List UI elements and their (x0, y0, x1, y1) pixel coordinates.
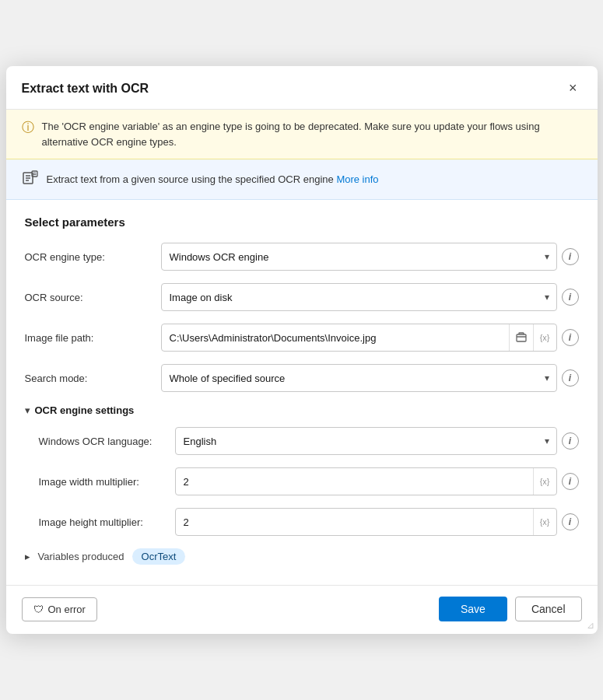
insert-variable-button[interactable]: {x} (533, 324, 556, 351)
ocr-engine-type-control: Windows OCR engine Tesseract OCR engine … (161, 243, 579, 271)
search-mode-select[interactable]: Whole of specified source Find text on s… (161, 364, 557, 392)
image-file-path-label: Image file path: (25, 332, 153, 344)
ocr-source-control: Image on disk Screen Foreground window ▾… (161, 283, 579, 311)
ocr-engine-type-info-icon[interactable]: i (562, 248, 579, 265)
image-width-multiplier-row: Image width multiplier: {x} i (39, 467, 579, 495)
ocr-source-select-wrapper: Image on disk Screen Foreground window ▾ (161, 283, 557, 311)
search-mode-label: Search mode: (25, 373, 153, 384)
search-mode-info-icon[interactable]: i (562, 369, 579, 387)
info-banner: Extract text from a given source using t… (6, 159, 598, 200)
image-height-multiplier-row: Image height multiplier: {x} i (39, 508, 579, 536)
ocr-engine-type-row: OCR engine type: Windows OCR engine Tess… (25, 243, 579, 271)
ocr-engine-type-label: OCR engine type: (25, 251, 153, 263)
image-file-path-control: {x} i (161, 324, 579, 352)
image-width-multiplier-label: Image width multiplier: (39, 476, 167, 488)
search-mode-row: Search mode: Whole of specified source F… (25, 364, 579, 392)
dialog-body: Select parameters OCR engine type: Windo… (6, 200, 598, 585)
windows-ocr-language-control: English French German Spanish ▾ i (175, 427, 579, 455)
ocr-engine-settings-collapse[interactable]: ▾ OCR engine settings (25, 404, 579, 416)
image-width-multiplier-info-icon[interactable]: i (562, 473, 579, 490)
image-height-multiplier-label: Image height multiplier: (39, 516, 167, 528)
image-width-multiplier-control: {x} i (175, 467, 579, 495)
footer-right: Save Cancel (439, 597, 582, 621)
footer-left: 🛡 On error (22, 597, 97, 621)
ocr-source-info-icon[interactable]: i (562, 289, 579, 306)
variables-collapse-button[interactable]: ▸ (25, 551, 30, 562)
windows-ocr-language-label: Windows OCR language: (39, 436, 167, 447)
windows-ocr-language-select-wrapper: English French German Spanish ▾ (175, 427, 557, 455)
image-width-multiplier-input[interactable] (176, 471, 533, 493)
search-mode-control: Whole of specified source Find text on s… (161, 364, 579, 392)
image-file-path-input-wrap: {x} (161, 324, 557, 352)
search-mode-select-wrapper: Whole of specified source Find text on s… (161, 364, 557, 392)
dialog-footer: 🛡 On error Save Cancel (6, 585, 598, 634)
browse-file-button[interactable] (509, 324, 533, 351)
ocr-engine-type-select[interactable]: Windows OCR engine Tesseract OCR engine (161, 243, 557, 271)
ocr-engine-type-select-wrapper: Windows OCR engine Tesseract OCR engine … (161, 243, 557, 271)
windows-ocr-language-row: Windows OCR language: English French Ger… (39, 427, 579, 455)
ocr-source-select[interactable]: Image on disk Screen Foreground window (161, 283, 557, 311)
image-width-variable-button[interactable]: {x} (533, 468, 556, 495)
cancel-button[interactable]: Cancel (515, 597, 582, 621)
image-file-path-info-icon[interactable]: i (562, 329, 579, 346)
variables-produced-badge: OcrText (132, 548, 186, 565)
variables-produced-label: Variables produced (38, 551, 124, 562)
warning-banner: ⓘ The 'OCR engine variable' as an engine… (6, 110, 598, 159)
image-height-multiplier-control: {x} i (175, 508, 579, 536)
windows-ocr-language-info-icon[interactable]: i (562, 432, 579, 450)
ocr-engine-settings-title: OCR engine settings (35, 404, 135, 416)
resize-handle: ⊿ (587, 620, 594, 631)
ocr-source-label: OCR source: (25, 292, 153, 303)
extract-text-ocr-dialog: Extract text with OCR × ⓘ The 'OCR engin… (6, 66, 598, 634)
image-height-multiplier-input[interactable] (176, 511, 533, 534)
image-file-path-input[interactable] (162, 327, 509, 349)
on-error-button[interactable]: 🛡 On error (22, 597, 97, 621)
info-banner-text: Extract text from a given source using t… (47, 173, 379, 185)
image-height-multiplier-input-wrap: {x} (175, 508, 557, 536)
image-file-path-row: Image file path: {x} i (25, 324, 579, 352)
dialog-title: Extract text with OCR (22, 82, 149, 96)
section-title: Select parameters (25, 215, 579, 229)
image-height-variable-button[interactable]: {x} (533, 509, 556, 535)
more-info-link[interactable]: More info (336, 173, 378, 185)
ocr-source-row: OCR source: Image on disk Screen Foregro… (25, 283, 579, 311)
image-width-multiplier-input-wrap: {x} (175, 467, 557, 495)
save-button[interactable]: Save (439, 597, 507, 621)
warning-text: The 'OCR engine variable' as an engine t… (42, 119, 582, 149)
dialog-header: Extract text with OCR × (6, 66, 598, 110)
image-height-multiplier-info-icon[interactable]: i (562, 513, 579, 530)
shield-icon: 🛡 (33, 604, 44, 615)
variables-produced-row: ▸ Variables produced OcrText (25, 548, 579, 565)
warning-icon: ⓘ (22, 120, 34, 136)
close-button[interactable]: × (564, 79, 582, 98)
svg-rect-7 (517, 334, 526, 341)
ocr-engine-settings-body: Windows OCR language: English French Ger… (25, 427, 579, 536)
ocr-icon (22, 169, 39, 190)
windows-ocr-language-select[interactable]: English French German Spanish (175, 427, 557, 455)
collapse-toggle-button[interactable]: ▾ (25, 404, 30, 416)
